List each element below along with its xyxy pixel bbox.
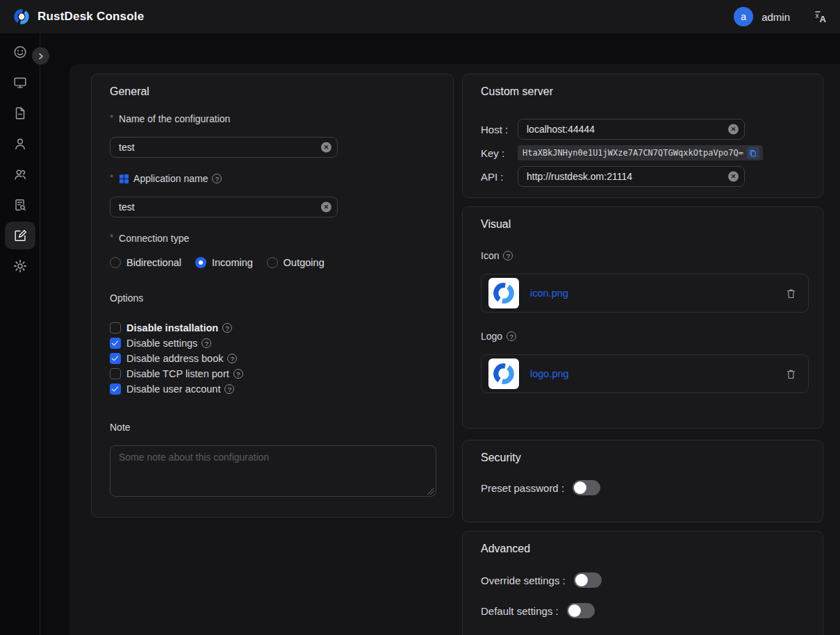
radio-outgoing[interactable]: Outgoing xyxy=(267,257,324,268)
chevron-right-icon xyxy=(37,52,45,60)
help-icon[interactable]: ? xyxy=(201,338,211,348)
copy-button[interactable] xyxy=(747,147,759,159)
checkbox-icon[interactable] xyxy=(110,322,121,333)
rustdesk-logo-icon xyxy=(491,361,516,386)
config-name-label: * Name of the configuration xyxy=(110,112,435,126)
sidebar-item-dashboard[interactable] xyxy=(5,38,35,66)
avatar[interactable]: a xyxy=(734,7,753,26)
svg-text:A: A xyxy=(820,14,827,24)
icon-file-link[interactable]: icon.png xyxy=(530,288,568,299)
sidebar-item-custom-clients[interactable] xyxy=(5,222,35,249)
api-input[interactable] xyxy=(518,166,745,187)
sidebar-item-groups[interactable] xyxy=(5,160,35,188)
toggle-knob xyxy=(575,574,588,586)
options-label: Options xyxy=(110,291,435,305)
smiley-icon xyxy=(13,44,28,60)
preset-password-toggle[interactable] xyxy=(573,480,600,495)
visual-title: Visual xyxy=(481,218,805,232)
radio-circle-icon[interactable] xyxy=(195,257,206,268)
clear-icon[interactable]: ✕ xyxy=(321,202,331,213)
checkbox-icon[interactable] xyxy=(110,384,121,395)
app-title: RustDesk Console xyxy=(38,10,144,24)
default-settings-toggle[interactable] xyxy=(567,603,595,618)
logo-thumbnail xyxy=(488,358,519,389)
host-field: ✕ xyxy=(518,119,745,140)
brand: RustDesk Console xyxy=(13,8,144,26)
override-settings-toggle[interactable] xyxy=(574,572,602,588)
delete-logo-button[interactable] xyxy=(785,368,797,380)
help-icon[interactable]: ? xyxy=(233,369,243,379)
radio-incoming[interactable]: Incoming xyxy=(195,257,253,268)
security-title: Security xyxy=(481,452,805,465)
delete-icon-button[interactable] xyxy=(785,288,797,299)
clear-icon[interactable]: ✕ xyxy=(728,124,739,135)
default-settings-row: Default settings : xyxy=(481,602,805,619)
help-icon[interactable]: ? xyxy=(507,331,516,341)
custom-server-title: Custom server xyxy=(481,85,805,99)
rustdesk-logo-icon xyxy=(491,281,516,306)
visual-card: Visual Icon ? icon.png Logo ? xyxy=(462,206,823,429)
logo-file-row: logo.png xyxy=(481,354,809,393)
checkbox-disable-settings[interactable]: Disable settings ? xyxy=(110,336,435,351)
help-icon[interactable]: ? xyxy=(212,174,222,183)
app-name-label: * Application name ? xyxy=(110,172,435,185)
clear-icon[interactable]: ✕ xyxy=(728,172,739,182)
document-icon xyxy=(13,106,28,121)
icon-thumbnail xyxy=(488,278,519,308)
connection-type-label: * Connection type xyxy=(110,231,435,245)
app-name-input[interactable] xyxy=(110,197,338,217)
icon-label: Icon ? xyxy=(481,249,805,263)
clear-icon[interactable]: ✕ xyxy=(321,142,331,153)
connection-type-radio-group: Bidirectional Incoming Outgoing xyxy=(110,256,435,269)
language-switch-button[interactable]: x A xyxy=(814,10,827,24)
sidebar-item-devices[interactable] xyxy=(5,69,35,97)
username[interactable]: admin xyxy=(761,11,790,23)
logo-file-link[interactable]: logo.png xyxy=(530,368,569,379)
sidebar-item-users[interactable] xyxy=(5,130,35,158)
svg-text:x: x xyxy=(816,12,819,19)
help-icon[interactable]: ? xyxy=(224,384,234,394)
key-label: Key : xyxy=(481,147,518,159)
advanced-card: Advanced Override settings : Default set… xyxy=(462,531,823,635)
help-icon[interactable]: ? xyxy=(227,354,237,363)
key-value-chip: HtaXBkJNHyn0e1U1jWXze7A7CN7QTGWqxkOtpaVp… xyxy=(518,145,763,160)
trash-icon xyxy=(785,368,797,380)
sidebar-item-settings[interactable] xyxy=(5,252,35,280)
note-textarea[interactable] xyxy=(110,445,436,497)
radio-circle-icon[interactable] xyxy=(110,257,121,268)
note-label: Note xyxy=(110,420,435,434)
required-asterisk: * xyxy=(110,113,113,123)
radio-bidirectional[interactable]: Bidirectional xyxy=(110,257,181,268)
checkbox-disable-installation[interactable]: Disable installation ? xyxy=(110,320,435,336)
checkbox-icon[interactable] xyxy=(110,338,121,349)
api-label: API : xyxy=(481,171,518,183)
checkbox-icon[interactable] xyxy=(110,368,121,379)
help-icon[interactable]: ? xyxy=(222,323,232,333)
checkbox-icon[interactable] xyxy=(110,353,121,364)
override-settings-label: Override settings : xyxy=(481,575,566,586)
config-name-input[interactable] xyxy=(110,137,338,158)
key-value: HtaXBkJNHyn0e1U1jWXze7A7CN7QTGWqxkOtpaVp… xyxy=(522,148,743,158)
key-row: Key : HtaXBkJNHyn0e1U1jWXze7A7CN7QTGWqxk… xyxy=(481,145,805,160)
api-field: ✕ xyxy=(518,166,745,187)
sidebar-item-audit-log[interactable] xyxy=(5,191,35,219)
host-input[interactable] xyxy=(518,119,745,140)
toggle-knob xyxy=(574,481,586,494)
app-name-field: ✕ xyxy=(110,197,338,217)
sidebar-item-documents[interactable] xyxy=(5,99,35,127)
general-title: General xyxy=(110,85,435,99)
radio-circle-icon[interactable] xyxy=(267,257,278,268)
checkbox-disable-user-account[interactable]: Disable user account ? xyxy=(110,381,435,397)
options-list: Disable installation ? Disable settings … xyxy=(110,320,435,397)
rustdesk-logo-icon xyxy=(13,8,31,26)
general-card: General * Name of the configuration ✕ * … xyxy=(91,74,454,518)
copy-icon xyxy=(748,149,757,158)
checkbox-disable-address-book[interactable]: Disable address book ? xyxy=(110,351,435,366)
checkbox-disable-tcp-listen-port[interactable]: Disable TCP listen port ? xyxy=(110,366,435,381)
edit-icon xyxy=(13,228,28,243)
sidebar-collapse-button[interactable] xyxy=(32,47,49,65)
translate-icon: x A xyxy=(814,10,827,24)
windows-icon xyxy=(119,174,129,184)
document-search-icon xyxy=(13,197,28,213)
help-icon[interactable]: ? xyxy=(503,251,513,261)
